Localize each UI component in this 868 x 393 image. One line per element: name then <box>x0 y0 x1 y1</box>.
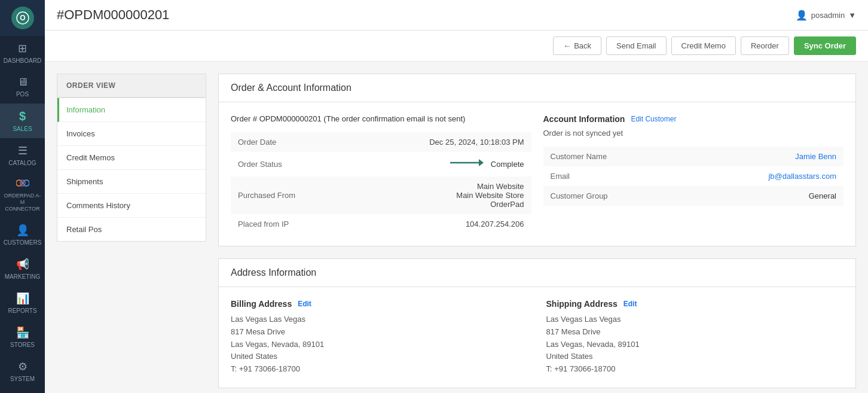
email-label: Email <box>543 166 683 186</box>
edit-customer-link[interactable]: Edit Customer <box>631 115 676 123</box>
sync-order-button[interactable]: Sync Order <box>794 36 856 55</box>
shipping-address-title: Shipping Address Edit <box>546 299 844 309</box>
order-info-grid: Order # OPDM000000201 (The order confirm… <box>231 114 843 234</box>
purchased-from-label: Purchased From <box>231 176 351 214</box>
customer-group-label: Customer Group <box>543 186 683 206</box>
customer-group-value: General <box>683 186 843 206</box>
sidebar-label-catalog: CATALOG <box>8 160 36 166</box>
table-row: Customer Group General <box>543 186 844 206</box>
sidebar-label-system: SYSTEM <box>10 376 35 382</box>
order-date-value: Dec 25, 2024, 10:18:03 PM <box>351 132 531 152</box>
back-button[interactable]: ← Back <box>553 36 601 55</box>
billing-address-text: Las Vegas Las Vegas 817 Mesa Drive Las V… <box>231 313 528 376</box>
sidebar-label-customers: CUSTOMERS <box>4 239 42 246</box>
shipping-edit-link[interactable]: Edit <box>624 300 637 308</box>
billing-edit-link[interactable]: Edit <box>298 300 311 308</box>
order-account-section-body: Order # OPDM000000201 (The order confirm… <box>219 102 855 246</box>
send-email-button[interactable]: Send Email <box>606 36 666 55</box>
account-table: Customer Name Jamie Benn Email jb@dallas… <box>543 147 844 206</box>
placed-from-ip-value: 104.207.254.206 <box>351 214 531 234</box>
invoices-label: Invoices <box>66 129 95 138</box>
left-nav-items: Information Invoices Credit Memos Shipme… <box>57 98 206 242</box>
shipping-address-block: Shipping Address Edit Las Vegas Las Vega… <box>546 299 844 376</box>
billing-address-block: Billing Address Edit Las Vegas Las Vegas… <box>231 299 528 376</box>
purchased-from-value: Main WebsiteMain Website StoreOrderPad <box>351 176 531 214</box>
address-section: Address Information Billing Address Edit… <box>218 258 856 388</box>
content-area: ORDER VIEW Information Invoices Credit M… <box>45 62 868 393</box>
information-label: Information <box>66 105 105 114</box>
credit-memo-button[interactable]: Credit Memo <box>671 36 736 55</box>
billing-address-title: Billing Address Edit <box>231 299 528 309</box>
retail-pos-label: Retail Pos <box>66 225 102 234</box>
pos-icon: 🖥 <box>17 76 28 89</box>
sidebar-label-stores: STORES <box>10 342 35 348</box>
sidebar-item-system[interactable]: ⚙ SYSTEM <box>0 354 45 388</box>
main-area: #OPDM000000201 👤 posadmin ▼ ← Back Send … <box>45 0 868 393</box>
table-row: Purchased From Main WebsiteMain Website … <box>231 176 531 214</box>
address-section-body: Billing Address Edit Las Vegas Las Vegas… <box>219 287 855 388</box>
left-nav-header: ORDER VIEW <box>57 74 206 98</box>
account-info-title: Account Information <box>543 114 625 124</box>
left-nav-item-information[interactable]: Information <box>57 98 206 122</box>
status-text: Complete <box>491 160 524 169</box>
credit-memos-label: Credit Memos <box>66 153 115 162</box>
sidebar-item-pos[interactable]: 🖥 POS <box>0 70 45 103</box>
left-nav-item-retail-pos[interactable]: Retail Pos <box>57 218 206 241</box>
customer-name-value: Jamie Benn <box>683 147 843 166</box>
table-row: Email jb@dallasstars.com <box>543 166 844 186</box>
table-row: Customer Name Jamie Benn <box>543 147 844 166</box>
svg-text:O: O <box>20 14 25 22</box>
svg-marker-6 <box>479 159 484 166</box>
back-arrow-icon: ← <box>563 41 571 50</box>
status-container: Complete <box>358 157 524 171</box>
order-date-label: Order Date <box>231 132 351 152</box>
table-row: Placed from IP 104.207.254.206 <box>231 214 531 234</box>
left-nav-item-comments-history[interactable]: Comments History <box>57 194 206 218</box>
sidebar-item-reports[interactable]: 📊 REPORTS <box>0 286 45 320</box>
sales-icon: $ <box>19 109 26 123</box>
sidebar-item-customers[interactable]: 👤 CUSTOMERS <box>0 218 45 252</box>
sidebar-item-marketing[interactable]: 📢 MARKETING <box>0 252 45 286</box>
back-label: Back <box>574 41 591 50</box>
left-nav-item-shipments[interactable]: Shipments <box>57 170 206 194</box>
sidebar: O ⊞ DASHBOARD 🖥 POS $ SALES ☰ CATALOG OR… <box>0 0 45 393</box>
sidebar-label-sales: SALES <box>13 126 32 132</box>
sidebar-label-dashboard: DASHBOARD <box>4 57 41 64</box>
page-title: #OPDM000000201 <box>57 7 169 23</box>
order-account-section-header: Order & Account Information <box>219 74 855 102</box>
catalog-icon: ☰ <box>18 144 27 157</box>
system-icon: ⚙ <box>18 360 27 373</box>
customer-name-label: Customer Name <box>543 147 683 166</box>
status-arrow-icon <box>449 157 485 171</box>
user-info[interactable]: 👤 posadmin ▼ <box>796 10 856 21</box>
address-grid: Billing Address Edit Las Vegas Las Vegas… <box>231 299 843 376</box>
sidebar-label-pos: POS <box>16 91 29 98</box>
customers-icon: 👤 <box>16 224 29 237</box>
order-confirmation-text: Order # OPDM000000201 (The order confirm… <box>231 114 531 123</box>
reports-icon: 📊 <box>16 292 29 305</box>
user-icon: 👤 <box>796 10 808 21</box>
order-detail-table: Order Date Dec 25, 2024, 10:18:03 PM Ord… <box>231 132 531 234</box>
sidebar-item-stores[interactable]: 🏪 STORES <box>0 320 45 354</box>
reorder-button[interactable]: Reorder <box>741 36 789 55</box>
left-nav-item-invoices[interactable]: Invoices <box>57 122 206 146</box>
order-detail-section: Order # OPDM000000201 (The order confirm… <box>231 114 531 234</box>
sync-status: Order is not synced yet <box>543 129 844 138</box>
left-nav-item-credit-memos[interactable]: Credit Memos <box>57 146 206 170</box>
sidebar-item-catalog[interactable]: ☰ CATALOG <box>0 138 45 172</box>
comments-history-label: Comments History <box>66 201 130 210</box>
sidebar-item-connector[interactable]: ORDERPAD A-M CONNECTOR <box>0 172 45 218</box>
sidebar-logo: O <box>0 0 45 36</box>
order-status-label: Order Status <box>231 152 351 176</box>
user-dropdown-icon: ▼ <box>848 11 856 20</box>
shipping-address-label: Shipping Address <box>546 299 618 309</box>
table-row: Order Status Complete <box>231 152 531 176</box>
logo-icon: O <box>11 7 34 29</box>
sidebar-item-sales[interactable]: $ SALES <box>0 103 45 138</box>
stores-icon: 🏪 <box>16 326 29 339</box>
marketing-icon: 📢 <box>16 258 29 271</box>
account-info-header: Account Information Edit Customer <box>543 114 844 124</box>
sidebar-label-reports: REPORTS <box>8 307 36 314</box>
sidebar-item-dashboard[interactable]: ⊞ DASHBOARD <box>0 36 45 70</box>
connector-icon <box>16 178 29 190</box>
